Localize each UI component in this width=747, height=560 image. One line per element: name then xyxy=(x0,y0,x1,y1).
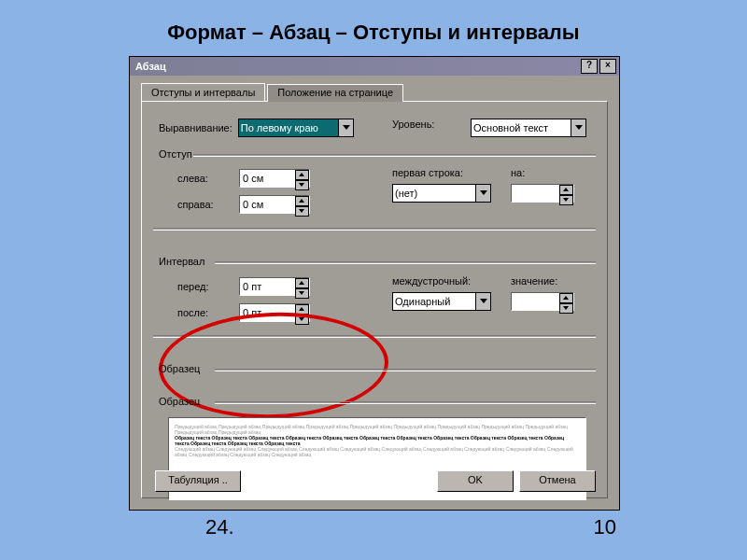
separator xyxy=(153,335,596,338)
dropdown-arrow-icon xyxy=(475,293,490,310)
by2-input[interactable] xyxy=(511,292,574,311)
after-value: 0 пт xyxy=(243,307,261,318)
after-label: после: xyxy=(177,307,233,318)
spin-down-icon[interactable] xyxy=(295,288,309,299)
indent-group-label: Отступ xyxy=(159,148,192,160)
before-value: 0 пт xyxy=(243,281,261,292)
before-input[interactable]: 0 пт xyxy=(239,277,310,296)
help-button[interactable]: ? xyxy=(581,59,598,74)
alignment-label: Выравнивание: xyxy=(159,122,233,133)
title-bar: Абзац ? × xyxy=(130,57,619,76)
spin-up-icon[interactable] xyxy=(295,170,309,180)
by1-label: на: xyxy=(511,167,525,178)
right-indent-value: 0 см xyxy=(243,199,263,210)
spin-down-icon[interactable] xyxy=(295,206,309,217)
spin-up-icon[interactable] xyxy=(559,185,573,195)
dropdown-arrow-icon xyxy=(338,119,353,136)
before-label: перед: xyxy=(177,281,233,292)
close-button[interactable]: × xyxy=(599,59,616,74)
group-separator xyxy=(215,369,596,371)
by1-input[interactable] xyxy=(511,184,574,203)
separator xyxy=(153,228,596,231)
sample-label2: Образец xyxy=(159,396,200,407)
preview-main-text: Образец текста Образец текста Образец те… xyxy=(175,435,580,446)
left-indent-input[interactable]: 0 см xyxy=(239,169,310,188)
linespacing-label: междустрочный: xyxy=(392,275,471,287)
by2-label: значение: xyxy=(511,275,557,287)
level-value: Основной текст xyxy=(473,122,548,133)
group-separator xyxy=(215,401,596,404)
firstline-value: (нет) xyxy=(395,188,417,199)
slide-title: Формат – Абзац – Отступы и интервалы xyxy=(0,21,747,45)
spin-up-icon[interactable] xyxy=(295,278,309,288)
sample-label: Образец xyxy=(159,363,200,374)
dropdown-arrow-icon xyxy=(571,119,585,136)
page-number-left: 24. xyxy=(205,515,234,539)
alignment-value: По левому краю xyxy=(241,122,318,133)
linespacing-value: Одинарный xyxy=(395,296,450,307)
spin-up-icon[interactable] xyxy=(295,196,309,206)
group-separator xyxy=(193,154,596,157)
dropdown-arrow-icon xyxy=(475,185,490,202)
left-indent-label: слева: xyxy=(177,173,233,184)
alignment-select[interactable]: По левому краю xyxy=(238,119,354,137)
cancel-button[interactable]: Отмена xyxy=(519,470,596,492)
spin-up-icon[interactable] xyxy=(559,293,573,303)
page-number-right: 10 xyxy=(594,515,616,539)
ok-button[interactable]: OK xyxy=(437,470,514,492)
firstline-label: первая строка: xyxy=(392,167,463,178)
tab-position[interactable]: Положение на странице xyxy=(267,84,403,102)
linespacing-select[interactable]: Одинарный xyxy=(392,292,491,311)
level-label: Уровень: xyxy=(392,119,434,130)
group-separator xyxy=(215,261,596,264)
paragraph-dialog: Абзац ? × Отступы и интервалы Положение … xyxy=(129,56,620,511)
tab-panel: Выравнивание: По левому краю Уровень: Ос… xyxy=(141,101,608,498)
left-indent-value: 0 см xyxy=(243,173,263,184)
right-indent-label: справа: xyxy=(177,199,233,210)
spin-down-icon[interactable] xyxy=(559,195,573,205)
tab-indents[interactable]: Отступы и интервалы xyxy=(141,83,265,101)
tabs-button[interactable]: Табуляция .. xyxy=(155,470,241,492)
spin-down-icon[interactable] xyxy=(559,303,573,314)
spin-down-icon[interactable] xyxy=(295,315,309,325)
after-input[interactable]: 0 пт xyxy=(239,303,310,322)
level-select[interactable]: Основной текст xyxy=(471,119,586,137)
dialog-title: Абзац xyxy=(133,61,166,72)
interval-group-label: Интервал xyxy=(159,256,204,267)
preview-grey-text: Следующий абзац Следующий абзац Следующи… xyxy=(175,446,580,457)
preview-grey-text: Предыдущий абзац Предыдущий абзац Предыд… xyxy=(175,424,580,435)
spin-up-icon[interactable] xyxy=(295,304,309,315)
firstline-select[interactable]: (нет) xyxy=(392,184,491,203)
spin-down-icon[interactable] xyxy=(295,180,309,190)
right-indent-input[interactable]: 0 см xyxy=(239,195,310,214)
